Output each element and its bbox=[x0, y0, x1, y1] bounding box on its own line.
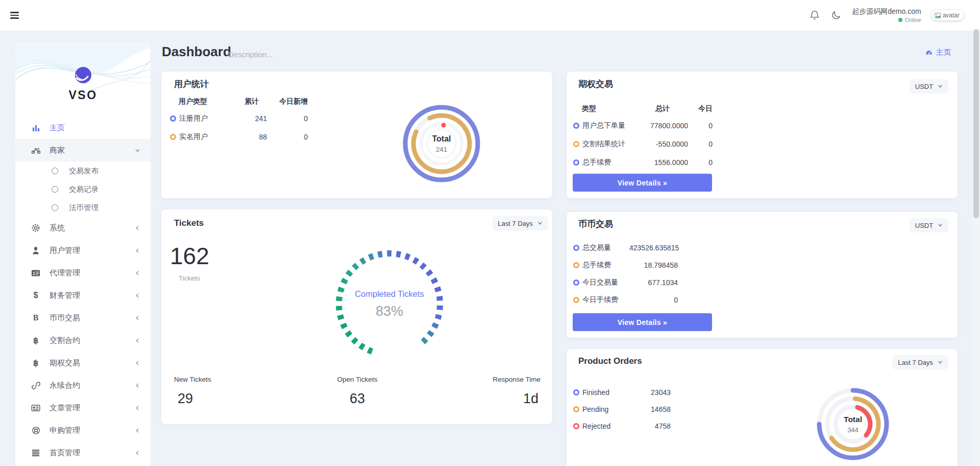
sidebar-item-options-trading[interactable]: ฿ 期权交易 bbox=[15, 352, 151, 374]
stat-value: 29 bbox=[174, 391, 296, 407]
orders-range-select[interactable]: Last 7 Days bbox=[892, 355, 948, 369]
row-label: 今日手续费 bbox=[582, 295, 618, 305]
ticket-stat: New Tickets 29 bbox=[174, 376, 296, 407]
stat-row: 用户总下单量 77800.0000 0 bbox=[573, 116, 713, 135]
baht-coin-icon: ฿ bbox=[31, 358, 41, 367]
chevron-left-icon bbox=[135, 270, 140, 276]
sidebar-item-label: 商家 bbox=[50, 146, 65, 155]
row-label: 总手续费 bbox=[582, 158, 611, 167]
sidebar-subitem-fiat-management[interactable]: 法币管理 bbox=[15, 198, 151, 217]
stat-label: Open Tickets bbox=[296, 376, 418, 383]
sidebar-item-home[interactable]: 主页 bbox=[15, 116, 151, 139]
row-label: 总交易量 bbox=[582, 243, 611, 252]
broken-image-icon bbox=[935, 12, 941, 19]
row-label: 实名用户 bbox=[179, 132, 208, 142]
menu-toggle-button[interactable] bbox=[10, 10, 20, 20]
card-title: 币币交易 bbox=[578, 218, 613, 230]
currency-select[interactable]: USDT bbox=[910, 79, 948, 94]
newspaper-icon bbox=[31, 403, 41, 412]
row-label: 总手续费 bbox=[582, 261, 611, 270]
account-info: 起步源码网demo.com Online bbox=[852, 7, 921, 24]
user-stats-table: 用户类型 累计 今日新增 注册用户 241 0 实名用户 88 0 bbox=[170, 94, 308, 146]
chevron-left-icon bbox=[135, 293, 140, 298]
row-value: 14658 bbox=[627, 405, 671, 413]
sidebar-item-label: 申购管理 bbox=[50, 426, 80, 435]
sidebar-item-label: 主页 bbox=[50, 123, 65, 133]
baht-coin-icon: ฿ bbox=[31, 336, 41, 345]
dark-mode-moon-icon[interactable] bbox=[830, 10, 842, 21]
sidebar-item-delivery-contract[interactable]: ฿ 交割合约 bbox=[15, 329, 151, 352]
page-subtitle: Description... bbox=[228, 50, 273, 59]
avatar[interactable]: avatar bbox=[932, 10, 964, 20]
row-total: 88 bbox=[236, 133, 267, 141]
sidebar-item-merchant[interactable]: 商家 bbox=[15, 139, 151, 161]
range-select-value: Last 7 Days bbox=[498, 220, 533, 227]
row-total: 77800.0000 bbox=[637, 122, 688, 130]
sidebar-item-user-management[interactable]: 用户管理 bbox=[15, 239, 151, 262]
stat-row: 今日手续费 0 bbox=[573, 291, 678, 309]
sidebar-item-article-management[interactable]: 文章管理 bbox=[15, 397, 151, 419]
stat-row: Rejected 4758 bbox=[573, 417, 671, 434]
currency-select-value: USDT bbox=[915, 222, 933, 229]
dollar-icon: $ bbox=[31, 291, 41, 300]
row-label: Rejected bbox=[582, 422, 610, 430]
sidebar-item-label: 系统 bbox=[50, 223, 65, 233]
sidebar-item-homepage-management[interactable]: 首页管理 bbox=[15, 441, 151, 464]
sidebar-subitem-trade-records[interactable]: 交易记录 bbox=[15, 180, 151, 198]
tickets-stats-row: New Tickets 29 Open Tickets 63 Response … bbox=[174, 376, 541, 407]
chevron-left-icon bbox=[135, 450, 140, 456]
row-today: 0 bbox=[688, 140, 713, 148]
marker-blue-icon bbox=[573, 245, 579, 251]
stat-row: 总交易量 423526.635815 bbox=[573, 239, 678, 257]
sidebar-item-label: 币币交易 bbox=[50, 313, 80, 323]
top-bar: 起步源码网demo.com Online avatar bbox=[0, 0, 980, 31]
marker-blue-icon bbox=[573, 159, 579, 166]
chevron-left-icon bbox=[135, 338, 140, 343]
col-header-total: 累计 bbox=[236, 97, 267, 106]
row-today: 0 bbox=[688, 158, 713, 167]
top-bar-right: 起步源码网demo.com Online avatar bbox=[809, 0, 964, 31]
sidebar-item-label: 代理管理 bbox=[50, 268, 80, 278]
sidebar-item-agent-management[interactable]: 代理管理 bbox=[15, 262, 151, 284]
user-icon bbox=[31, 246, 41, 255]
circle-icon bbox=[52, 168, 58, 174]
sidebar-item-subscription-management[interactable]: 申购管理 bbox=[15, 419, 151, 441]
options-trading-table: 类型 总计 今日 用户总下单量 77800.0000 0 交割结果统计 -550… bbox=[573, 101, 713, 172]
scrollbar-thumb[interactable] bbox=[973, 29, 979, 218]
bell-icon[interactable] bbox=[809, 10, 820, 21]
sidebar-item-spot-trading[interactable]: B 币币交易 bbox=[15, 307, 151, 329]
online-status-label: Online bbox=[905, 16, 921, 24]
chevron-left-icon bbox=[135, 360, 140, 366]
vso-logo-icon bbox=[74, 66, 92, 84]
stat-row: 总手续费 18.798458 bbox=[573, 257, 678, 274]
stat-row: Pending 14658 bbox=[573, 401, 671, 417]
view-details-button[interactable]: View Details » bbox=[573, 313, 712, 331]
stat-row: 实名用户 88 0 bbox=[170, 128, 308, 146]
chevron-left-icon bbox=[135, 315, 140, 321]
row-value: 18.798458 bbox=[629, 261, 678, 269]
sidebar-item-label: 用户管理 bbox=[50, 246, 80, 255]
breadcrumb[interactable]: 主页 bbox=[925, 48, 951, 57]
sidebar-item-label: 首页管理 bbox=[50, 448, 80, 458]
row-label: 用户总下单量 bbox=[582, 121, 625, 130]
breadcrumb-label: 主页 bbox=[936, 48, 951, 57]
currency-select[interactable]: USDT bbox=[910, 218, 948, 232]
row-today: 0 bbox=[688, 122, 713, 130]
sidebar-subitem-trade-publish[interactable]: 交易发布 bbox=[15, 161, 151, 180]
sidebar-item-perpetual-contract[interactable]: 永续合约 bbox=[15, 374, 151, 397]
sidebar-item-system[interactable]: 系统 bbox=[15, 217, 151, 239]
marker-blue-icon bbox=[573, 389, 579, 395]
bold-b-icon: B bbox=[31, 313, 41, 322]
view-details-button[interactable]: View Details » bbox=[573, 174, 712, 192]
stat-value: 63 bbox=[296, 391, 418, 407]
tickets-range-select[interactable]: Last 7 Days bbox=[492, 216, 548, 230]
options-trading-card: 期权交易 USDT 类型 总计 今日 用户总下单量 77800.0000 0 交… bbox=[567, 72, 958, 198]
row-total: 241 bbox=[236, 114, 267, 123]
online-dot-icon bbox=[898, 18, 902, 22]
sidebar-subitem-label: 交易发布 bbox=[69, 166, 99, 176]
coin-trading-table: 总交易量 423526.635815 总手续费 18.798458 今日交易量 … bbox=[573, 239, 678, 309]
chart-bar-icon bbox=[31, 123, 41, 132]
logo-text: VSO bbox=[15, 88, 151, 102]
row-label: 今日交易量 bbox=[582, 278, 618, 287]
sidebar-item-finance-management[interactable]: $ 财务管理 bbox=[15, 284, 151, 307]
